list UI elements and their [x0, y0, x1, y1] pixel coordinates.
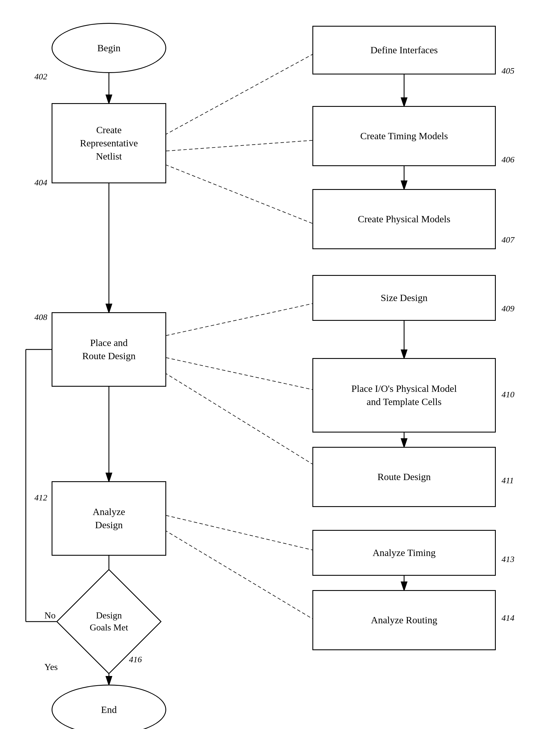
end-node: End	[52, 685, 166, 729]
place-io-label: Place I/O's Physical Model and Template …	[351, 382, 457, 408]
svg-line-9	[155, 54, 312, 140]
analyze-routing-node: Analyze Routing	[312, 590, 496, 650]
flowchart-diagram: Begin 402 Create Representative Netlist …	[0, 0, 560, 729]
label-411: 411	[502, 475, 514, 485]
size-design-label: Size Design	[381, 291, 427, 305]
label-414: 414	[502, 613, 514, 623]
analyze-design-label: Analyze Design	[93, 505, 125, 532]
label-412: 412	[34, 493, 47, 502]
analyze-timing-label: Analyze Timing	[373, 546, 436, 559]
label-408: 408	[34, 312, 47, 322]
place-route-node: Place and Route Design	[52, 312, 166, 387]
label-405: 405	[502, 66, 514, 76]
create-physical-node: Create Physical Models	[312, 189, 496, 249]
label-407: 407	[502, 235, 514, 245]
svg-line-15	[155, 355, 312, 389]
create-netlist-node: Create Representative Netlist	[52, 103, 166, 183]
svg-line-11	[155, 160, 312, 224]
route-design-label: Route Design	[377, 470, 431, 483]
svg-line-10	[155, 140, 312, 152]
design-goals-label: Design Goals Met	[90, 609, 128, 633]
create-timing-label: Create Timing Models	[360, 130, 448, 143]
begin-node: Begin	[52, 23, 166, 73]
svg-line-16	[155, 366, 312, 464]
analyze-design-node: Analyze Design	[52, 481, 166, 556]
analyze-routing-label: Analyze Routing	[371, 614, 437, 627]
place-io-node: Place I/O's Physical Model and Template …	[312, 358, 496, 432]
create-timing-node: Create Timing Models	[312, 106, 496, 166]
create-netlist-label: Create Representative Netlist	[80, 124, 138, 163]
svg-line-14	[155, 304, 312, 338]
label-402: 402	[34, 72, 47, 81]
yes-label: Yes	[44, 662, 58, 672]
svg-line-19	[155, 513, 312, 550]
begin-label: Begin	[97, 42, 120, 55]
place-route-label: Place and Route Design	[82, 336, 136, 363]
end-label: End	[101, 703, 117, 716]
design-goals-node: Design Goals Met	[37, 581, 181, 662]
label-410: 410	[502, 389, 514, 399]
label-413: 413	[502, 554, 514, 564]
label-404: 404	[34, 178, 47, 187]
create-physical-label: Create Physical Models	[358, 213, 451, 226]
label-416: 416	[129, 654, 142, 664]
no-label: No	[44, 610, 56, 621]
analyze-timing-node: Analyze Timing	[312, 530, 496, 576]
label-409: 409	[502, 304, 514, 314]
size-design-node: Size Design	[312, 275, 496, 321]
label-406: 406	[502, 155, 514, 164]
define-interfaces-label: Define Interfaces	[370, 44, 438, 57]
route-design-node: Route Design	[312, 447, 496, 507]
define-interfaces-node: Define Interfaces	[312, 26, 496, 75]
